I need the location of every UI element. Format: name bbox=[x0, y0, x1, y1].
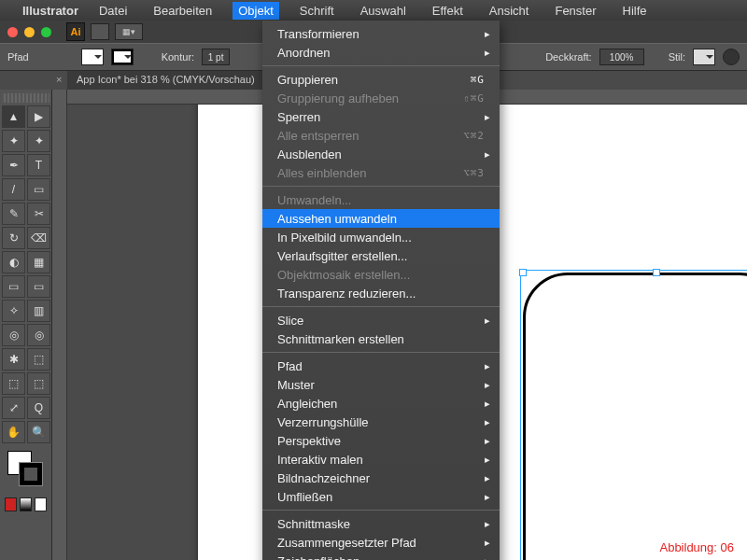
toolbox: ▲▶✦✦✒T/▭✎✂↻⌫◐▦▭▭✧▥◎◎✱⬚⬚⬚⤢Q✋🔍 bbox=[0, 90, 52, 560]
color-mode-swatch[interactable] bbox=[5, 497, 17, 511]
menuitem-label: Transformieren bbox=[277, 27, 359, 41]
fill-stroke-control[interactable] bbox=[2, 449, 49, 494]
menuitem-umwandeln-: Umwandeln... bbox=[262, 190, 500, 209]
tool-9[interactable]: ✂ bbox=[27, 203, 50, 225]
object-type-label: Pfad bbox=[7, 51, 29, 63]
panel-grip[interactable] bbox=[2, 93, 49, 103]
minimize-icon[interactable] bbox=[24, 27, 35, 37]
menuitem-label: Anordnen bbox=[277, 46, 330, 60]
menu-ansicht[interactable]: Ansicht bbox=[484, 2, 535, 20]
tool-12[interactable]: ◐ bbox=[2, 251, 25, 273]
tool-4[interactable]: ✒ bbox=[2, 154, 25, 176]
tool-25[interactable]: Q bbox=[27, 397, 50, 419]
menuitem-label: Interaktiv malen bbox=[277, 453, 363, 467]
menuitem-sperren[interactable]: Sperren bbox=[262, 107, 500, 126]
menu-hilfe[interactable]: Hilfe bbox=[617, 2, 653, 20]
fill-swatch[interactable] bbox=[81, 49, 104, 65]
tool-8[interactable]: ✎ bbox=[2, 203, 25, 225]
menu-auswahl[interactable]: Auswahl bbox=[355, 2, 412, 20]
menuitem-shortcut: ⌥⌘3 bbox=[463, 167, 485, 179]
menuitem-aussehen-umwandeln[interactable]: Aussehen umwandeln bbox=[262, 209, 500, 228]
document-tab-title: App Icon* bei 318 % (CMYK/Vorschau) bbox=[77, 74, 255, 85]
bridge-button[interactable] bbox=[91, 23, 109, 40]
style-swatch[interactable] bbox=[693, 49, 715, 65]
menuitem-muster[interactable]: Muster bbox=[262, 375, 500, 394]
tool-10[interactable]: ↻ bbox=[2, 227, 25, 249]
tool-3[interactable]: ✦ bbox=[27, 130, 50, 152]
tool-5[interactable]: T bbox=[27, 154, 50, 176]
tool-2[interactable]: ✦ bbox=[2, 130, 25, 152]
menu-effekt[interactable]: Effekt bbox=[427, 2, 469, 20]
menuitem-schnittmaske[interactable]: Schnittmaske bbox=[262, 514, 500, 533]
objekt-menu[interactable]: TransformierenAnordnenGruppieren⌘GGruppi… bbox=[262, 21, 500, 560]
stroke-swatch[interactable] bbox=[111, 49, 134, 65]
menuitem-bildnachzeichner[interactable]: Bildnachzeichner bbox=[262, 469, 500, 487]
menuitem-verzerrungsh-lle[interactable]: Verzerrungshülle bbox=[262, 413, 500, 431]
menuitem-zeichenfl-chen[interactable]: Zeichenflächen bbox=[262, 552, 500, 560]
document-tab[interactable]: × App Icon* bei 318 % (CMYK/Vorschau) bbox=[67, 71, 272, 90]
tool-18[interactable]: ◎ bbox=[2, 324, 25, 346]
menuitem-label: Umfließen bbox=[277, 490, 332, 504]
menuitem-angleichen[interactable]: Angleichen bbox=[262, 394, 500, 413]
tool-11[interactable]: ⌫ bbox=[27, 227, 50, 249]
menuitem-transparenz-reduzieren-[interactable]: Transparenz reduzieren... bbox=[262, 284, 500, 302]
tool-21[interactable]: ⬚ bbox=[27, 348, 50, 371]
tool-16[interactable]: ✧ bbox=[2, 300, 25, 322]
close-icon[interactable] bbox=[7, 27, 18, 37]
tool-20[interactable]: ✱ bbox=[2, 348, 25, 371]
menu-fenster[interactable]: Fenster bbox=[549, 2, 601, 20]
stroke-weight-input[interactable]: 1 pt bbox=[202, 49, 230, 65]
tool-15[interactable]: ▭ bbox=[27, 275, 50, 298]
menuitem-label: Bildnachzeichner bbox=[277, 471, 370, 485]
tool-1[interactable]: ▶ bbox=[27, 105, 50, 128]
app-name[interactable]: Illustrator bbox=[22, 4, 78, 18]
menuitem-label: Perspektive bbox=[277, 434, 341, 448]
menuitem-zusammengesetzter-pfad[interactable]: Zusammengesetzter Pfad bbox=[262, 533, 500, 552]
menuitem-ausblenden[interactable]: Ausblenden bbox=[262, 145, 500, 163]
menuitem-label: Schnittmarken erstellen bbox=[277, 332, 404, 346]
menuitem-shortcut: ⌥⌘2 bbox=[463, 130, 485, 142]
menuitem-pfad[interactable]: Pfad bbox=[262, 357, 500, 375]
tool-23[interactable]: ⬚ bbox=[27, 372, 50, 395]
menu-objekt[interactable]: Objekt bbox=[233, 2, 279, 20]
tool-27[interactable]: 🔍 bbox=[27, 421, 50, 443]
menu-datei[interactable]: Datei bbox=[93, 2, 133, 20]
menuitem-label: Zeichenflächen bbox=[277, 554, 359, 561]
menuitem-label: Alles einblenden bbox=[277, 166, 366, 180]
menuitem-perspektive[interactable]: Perspektive bbox=[262, 431, 500, 450]
style-label: Stil: bbox=[669, 51, 685, 63]
menu-bearbeiten[interactable]: Bearbeiten bbox=[148, 2, 218, 20]
tool-22[interactable]: ⬚ bbox=[2, 372, 25, 395]
menuitem-slice[interactable]: Slice bbox=[262, 311, 500, 329]
menuitem-in-pixelbild-umwandeln-[interactable]: In Pixelbild umwandeln... bbox=[262, 228, 500, 246]
tool-17[interactable]: ▥ bbox=[27, 300, 50, 322]
menuitem-label: Muster bbox=[277, 378, 315, 392]
menuitem-umflie-en[interactable]: Umfließen bbox=[262, 487, 500, 506]
menuitem-interaktiv-malen[interactable]: Interaktiv malen bbox=[262, 450, 500, 469]
menuitem-shortcut: ⌘G bbox=[471, 74, 485, 86]
tool-26[interactable]: ✋ bbox=[2, 421, 25, 443]
menuitem-gruppieren[interactable]: Gruppieren⌘G bbox=[262, 70, 500, 89]
tab-close-icon[interactable]: × bbox=[56, 74, 62, 85]
tool-24[interactable]: ⤢ bbox=[2, 397, 25, 419]
opacity-input[interactable]: 100% bbox=[599, 49, 644, 65]
tool-14[interactable]: ▭ bbox=[2, 275, 25, 298]
tool-19[interactable]: ◎ bbox=[27, 324, 50, 346]
tool-13[interactable]: ▦ bbox=[27, 251, 50, 273]
menuitem-label: Sperren bbox=[277, 110, 320, 124]
menuitem-transformieren[interactable]: Transformieren bbox=[262, 24, 500, 43]
recolor-button[interactable] bbox=[723, 49, 740, 65]
menu-schrift[interactable]: Schrift bbox=[294, 2, 340, 20]
vertical-ruler[interactable] bbox=[52, 90, 67, 560]
tool-0[interactable]: ▲ bbox=[2, 105, 25, 128]
tool-6[interactable]: / bbox=[2, 178, 25, 201]
menuitem-verlaufsgitter-erstellen-[interactable]: Verlaufsgitter erstellen... bbox=[262, 246, 500, 265]
none-mode-swatch[interactable] bbox=[35, 497, 47, 511]
arrange-documents-button[interactable]: ▦▾ bbox=[115, 23, 143, 40]
zoom-icon[interactable] bbox=[41, 27, 51, 37]
menuitem-shortcut: ⇧⌘G bbox=[463, 92, 485, 105]
menuitem-anordnen[interactable]: Anordnen bbox=[262, 43, 500, 62]
tool-7[interactable]: ▭ bbox=[27, 178, 50, 201]
gradient-mode-swatch[interactable] bbox=[20, 497, 32, 511]
menuitem-schnittmarken-erstellen[interactable]: Schnittmarken erstellen bbox=[262, 329, 500, 348]
